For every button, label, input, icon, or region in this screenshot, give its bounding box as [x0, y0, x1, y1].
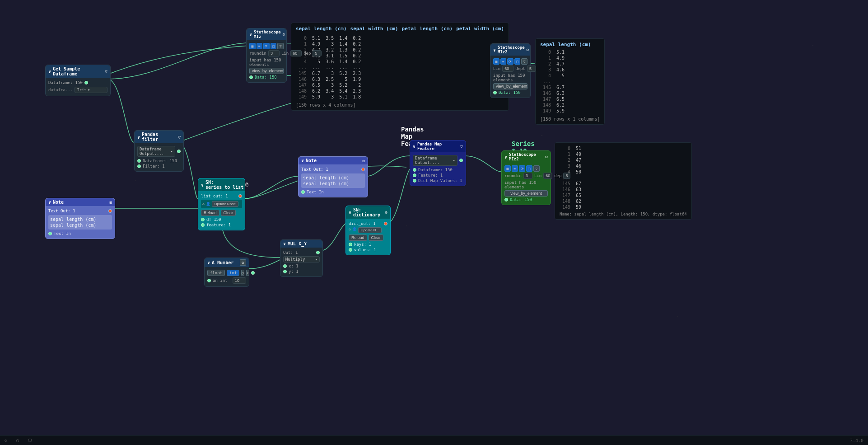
num-ctrl-3[interactable]: ▾ — [246, 270, 249, 276]
keys-in-port[interactable] — [349, 243, 352, 246]
ctrl-btn-s1[interactable]: ▦ — [504, 165, 511, 172]
update-node-btn[interactable]: Update Node — [212, 201, 238, 207]
ctrl-btn-1[interactable]: ▦ — [249, 43, 256, 49]
lin-input2[interactable] — [502, 66, 513, 72]
roundin-input[interactable] — [268, 50, 280, 56]
note2-node: ∨ Note ⊞ Text Out: 1 sepal length (cm) s… — [298, 156, 368, 197]
mul-out-port[interactable] — [316, 251, 320, 254]
chevron-icon11: ∨ — [413, 144, 415, 149]
text-in-port1[interactable] — [48, 232, 52, 235]
ctrl-btn-5[interactable]: ▦ — [493, 58, 499, 65]
number-out-port[interactable] — [251, 271, 255, 275]
map-feature-label: Feature: 1 — [418, 173, 443, 178]
main-table-footer: [150 rows x 4 columns] — [296, 103, 504, 108]
filter-ctrl-btn[interactable]: ▽ — [277, 43, 284, 49]
ctrl-btn-s4[interactable]: □ — [526, 165, 532, 172]
lin-input[interactable] — [290, 50, 302, 56]
dict-out-port[interactable] — [384, 222, 387, 225]
series10-out-port[interactable] — [504, 198, 508, 201]
ctrl-btn-8[interactable]: □ — [514, 58, 521, 65]
x-in-port[interactable] — [283, 264, 287, 268]
status-item-1[interactable]: ◇ — [5, 438, 7, 443]
ctrl-btn-3[interactable]: ⟳ — [263, 43, 270, 49]
dataframe-out-port[interactable] — [84, 81, 88, 84]
note1-line1: sepal length (cm) — [50, 217, 110, 222]
map-output-value: Dataframe Output.... — [415, 156, 452, 165]
float-btn[interactable]: float — [207, 270, 225, 276]
reload-btn1[interactable]: Reload — [201, 210, 219, 216]
series-10-header: ∨ Stethoscope MIz2 ⚙ — [502, 151, 551, 163]
map-dict-label: Dict Map Values: 1 — [418, 178, 462, 183]
reload-btn2[interactable]: Reload — [349, 234, 367, 241]
filter-ctrl-btn2[interactable]: ▽ — [521, 58, 527, 65]
settings-icon2: ⚙ — [527, 47, 529, 52]
filter-out-port[interactable] — [177, 150, 181, 153]
dep-input2[interactable] — [527, 66, 536, 72]
roundin-input3[interactable] — [523, 173, 532, 179]
pandas-filter-body: Dataframe Output.... ▾ Dataframe: 150 Fi… — [135, 143, 183, 171]
pandas-map-body: Dataframe Output.... ▾ Dataframe: 150 Fe… — [410, 152, 466, 186]
text-out-port2[interactable] — [361, 168, 365, 171]
map-dict-in-port[interactable] — [413, 179, 416, 183]
int-btn[interactable]: int — [227, 270, 239, 276]
an-int-port[interactable] — [207, 279, 211, 282]
settings-icon4: ⚙ — [546, 155, 548, 159]
status-item-2[interactable]: ○ — [16, 438, 19, 443]
ctrl-btn-2[interactable]: ≡ — [257, 43, 263, 49]
update-node-btn2[interactable]: Update N... — [358, 227, 382, 233]
iris-value: Iris — [77, 88, 87, 92]
view-by-element-btn2[interactable]: view_by_element — [493, 83, 527, 89]
y-in-port[interactable] — [283, 270, 287, 273]
dep-input[interactable] — [313, 50, 322, 56]
clear-btn2[interactable]: Clear — [369, 234, 384, 241]
pandas-filter-header: ∨ Pandas filter ▽ — [135, 131, 183, 143]
dep-input3[interactable] — [563, 173, 570, 179]
list-out-port[interactable] — [238, 194, 242, 198]
sn-series-node: ∨ SN: series_to_list ? list_out: 1 ♻ 👤 U… — [198, 178, 245, 230]
sn-series-title: SN: series_to_list — [205, 180, 243, 190]
pandas-filter-title: Pandas filter — [142, 132, 176, 142]
data-out-port2[interactable] — [493, 91, 497, 94]
sn-dict-body: dict_out: 1 ♻ 👤 Update N... Reload Clear… — [346, 219, 390, 255]
chevron-icon7: ∨ — [201, 183, 204, 187]
status-item-3[interactable]: ⬡ — [28, 438, 32, 443]
settings-icon: ⚙ — [283, 32, 285, 37]
note2-line1: sepal length (cm) — [303, 175, 363, 180]
ctrl-btn-s3[interactable]: ⟳ — [519, 165, 525, 172]
series10-data-label: Data: 150 — [510, 197, 532, 202]
filter-in-port[interactable] — [137, 164, 141, 168]
map-out-port[interactable] — [459, 159, 463, 162]
num-ctrl-1[interactable]: ○ — [240, 259, 246, 266]
values-in-port[interactable] — [349, 248, 352, 252]
a-number-body: float int ○ ▾ an int 10 — [205, 267, 249, 286]
view-by-element-btn1[interactable]: view_by_element — [249, 68, 284, 74]
map-df-in-port[interactable] — [413, 168, 416, 172]
lin-input3[interactable] — [543, 173, 552, 179]
feature-in-port[interactable] — [201, 223, 205, 227]
main-data-table: sepal length (cm) sepal width (cm) petal… — [291, 23, 509, 111]
data-out-port1[interactable] — [249, 75, 253, 79]
iris-dropdown[interactable]: Iris ▾ — [75, 87, 107, 93]
note2-title: Note — [306, 158, 317, 163]
ctrl-btn-4[interactable]: □ — [271, 43, 277, 49]
ctrl-btn-7[interactable]: ⟳ — [507, 58, 513, 65]
text-in-label2: Text In — [307, 190, 324, 194]
ctrl-btn-s2[interactable]: ≡ — [512, 165, 518, 172]
df-in-port[interactable] — [201, 218, 205, 221]
num-ctrl-2[interactable]: ○ — [241, 270, 244, 276]
clear-btn1[interactable]: Clear — [221, 210, 236, 216]
df-label: df 150 — [206, 217, 221, 222]
multiply-dropdown[interactable]: Multiply ▾ — [283, 256, 320, 262]
map-feature-in-port[interactable] — [413, 173, 416, 177]
filter-ctrl-btn3[interactable]: ▽ — [533, 165, 540, 172]
number-value-input[interactable]: 10 — [233, 277, 246, 284]
view-by-element-btn3[interactable]: view_by_element — [504, 190, 548, 197]
map-output-dropdown[interactable]: Dataframe Output.... ▾ — [413, 155, 457, 166]
ctrl-btn-6[interactable]: ≡ — [500, 58, 507, 65]
dataframe-in-port[interactable] — [137, 159, 141, 163]
output-dropdown[interactable]: Dataframe Output.... ▾ — [137, 146, 175, 157]
side-data-table: sepal length (cm) 05.114.924.734.645...1… — [535, 38, 605, 125]
text-out-port1[interactable] — [108, 209, 112, 213]
text-in-port2[interactable] — [301, 190, 305, 194]
sn-dict-node: ∨ SN: dictionary ⚙ dict_out: 1 ♻ 👤 Updat… — [345, 206, 391, 255]
